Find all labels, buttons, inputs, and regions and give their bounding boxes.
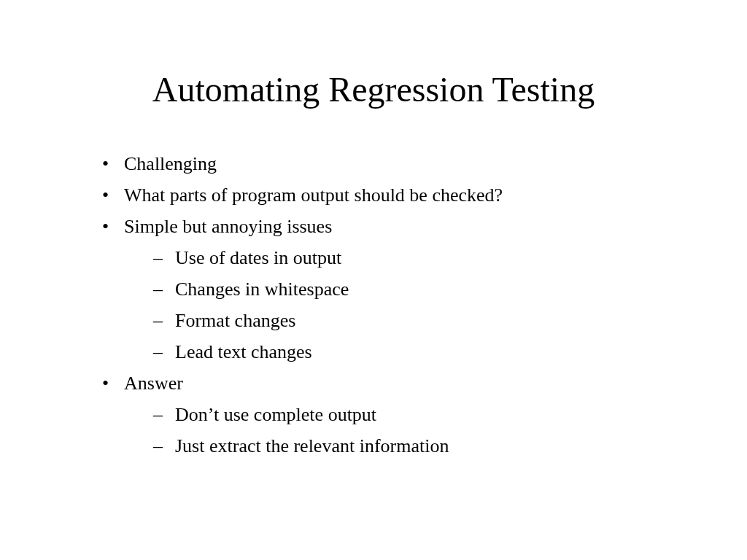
sub-bullet-text: Format changes (175, 310, 295, 331)
sub-bullet-text: Use of dates in output (175, 247, 341, 268)
sub-bullet-item: Format changes (153, 306, 674, 335)
sub-bullet-item: Changes in whitespace (153, 275, 674, 303)
slide-container: Automating Regression Testing Challengin… (0, 0, 747, 560)
sub-bullet-item: Don’t use complete output (153, 400, 674, 429)
sub-bullet-list: Don’t use complete output Just extract t… (124, 400, 674, 460)
sub-bullet-item: Lead text changes (153, 338, 674, 366)
bullet-item: Simple but annoying issues Use of dates … (102, 212, 674, 366)
bullet-text: Challenging (124, 153, 217, 174)
bullet-text: What parts of program output should be c… (124, 184, 503, 206)
sub-bullet-text: Just extract the relevant information (175, 435, 449, 456)
bullet-list: Challenging What parts of program output… (73, 149, 674, 460)
sub-bullet-text: Don’t use complete output (175, 404, 376, 425)
sub-bullet-text: Changes in whitespace (175, 279, 349, 300)
bullet-item: Answer Don’t use complete output Just ex… (102, 369, 674, 460)
sub-bullet-text: Lead text changes (175, 341, 312, 362)
bullet-text: Answer (124, 373, 183, 394)
bullet-text: Simple but annoying issues (124, 216, 332, 237)
slide-title: Automating Regression Testing (73, 69, 674, 109)
bullet-item: What parts of program output should be c… (102, 181, 674, 209)
sub-bullet-list: Use of dates in output Changes in whites… (124, 244, 674, 366)
sub-bullet-item: Just extract the relevant information (153, 432, 674, 460)
sub-bullet-item: Use of dates in output (153, 244, 674, 272)
bullet-item: Challenging (102, 149, 674, 178)
